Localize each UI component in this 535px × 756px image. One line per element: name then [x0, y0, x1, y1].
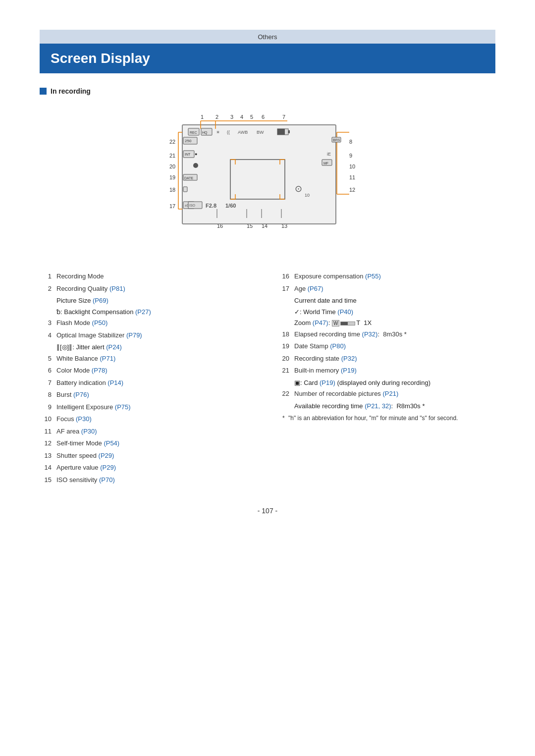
sub-item: ▣: Card (P19) (displayed only during rec… — [294, 378, 495, 388]
svg-text:AWB: AWB — [238, 130, 248, 135]
svg-text:8: 8 — [349, 139, 352, 145]
list-item: 1 Recording Mode — [40, 271, 258, 281]
list-item: 11 AF area (P30) — [40, 427, 258, 436]
right-list-col: 16 Exposure compensation (P55) 17 Age (P… — [277, 271, 495, 487]
section-label: Others — [258, 33, 277, 41]
sub-item: Current date and time — [294, 296, 495, 306]
sub-item: ␢: Backlight Compensation (P27) — [56, 307, 258, 317]
sub-item: Available recording time (P21, 32): R8m3… — [294, 401, 495, 411]
svg-text:iE: iE — [327, 152, 331, 157]
list-item: 8 Burst (P76) — [40, 390, 258, 400]
list-item: 6 Color Mode (P78) — [40, 366, 258, 376]
list-item: 19 Date Stamp (P80) — [277, 341, 495, 351]
footnote: * "h" is an abbreviation for hour, "m" f… — [282, 415, 495, 422]
svg-text:10: 10 — [305, 193, 310, 198]
svg-text:⊙: ⊙ — [295, 184, 302, 194]
svg-text:BRS: BRS — [333, 138, 340, 142]
svg-text:4: 4 — [240, 114, 243, 120]
section-title-bar: Screen Display — [40, 44, 495, 73]
svg-point-50 — [193, 163, 198, 168]
list-item: 13 Shutter speed (P29) — [40, 451, 258, 461]
svg-text:17: 17 — [169, 203, 175, 209]
svg-text:19: 19 — [169, 174, 175, 180]
svg-rect-42 — [288, 130, 290, 133]
svg-text:10: 10 — [349, 163, 355, 169]
list-item: 22 Number of recordable pictures (P21) — [277, 389, 495, 399]
list-item: 16 Exposure compensation (P55) — [277, 271, 495, 281]
list-item: 2 Recording Quality (P81) — [40, 284, 258, 294]
svg-text:MF: MF — [323, 162, 328, 165]
sub-item: ‖[◎]‖: Jitter alert (P24) — [56, 342, 258, 352]
in-recording-label: In recording — [40, 87, 495, 95]
diagram-area: 1 2 3 4 5 6 7 22 21 20 19 18 17 8 9 10 1… — [40, 110, 495, 254]
list-item: 7 Battery indication (P14) — [40, 378, 258, 388]
svg-text:((: (( — [227, 130, 230, 135]
list-item: 15 ISO sensitivity (P70) — [40, 475, 258, 485]
sub-item: Picture Size (P69) — [56, 296, 258, 306]
svg-text:18: 18 — [169, 187, 175, 193]
list-item: 18 Elapsed recording time (P32): 8m30s * — [277, 329, 495, 339]
sub-item: ✓: World Time (P40) — [294, 307, 495, 317]
svg-text:20: 20 — [169, 163, 175, 169]
svg-text:11: 11 — [349, 174, 355, 180]
page-number: - 107 - — [40, 507, 495, 515]
svg-text:F2.8: F2.8 — [206, 203, 216, 209]
list-item: 5 White Balance (P71) — [40, 354, 258, 364]
in-recording-text: In recording — [51, 87, 91, 95]
svg-rect-41 — [277, 129, 285, 135]
svg-rect-22 — [182, 125, 336, 224]
svg-text:HQ: HQ — [202, 131, 208, 135]
list-item: 21 Built-in memory (P19) — [277, 366, 495, 376]
list-item: 3 Flash Mode (P50) — [40, 318, 258, 328]
list-item: 9 Intelligent Exposure (P75) — [40, 402, 258, 412]
svg-text:BW: BW — [257, 130, 264, 135]
header-band: Others — [40, 30, 495, 44]
list-item: 20 Recording state (P32) — [277, 354, 495, 364]
list-item: 12 Self-timer Mode (P54) — [40, 438, 258, 448]
svg-text:12: 12 — [349, 187, 355, 193]
svg-text:22: 22 — [169, 139, 175, 145]
svg-text:7: 7 — [282, 114, 285, 120]
svg-text:☀: ☀ — [216, 130, 220, 135]
svg-rect-53 — [183, 187, 187, 192]
svg-text:1/60: 1/60 — [225, 203, 236, 209]
svg-text:●: ● — [195, 152, 197, 157]
svg-text:6: 6 — [262, 114, 265, 120]
list-item: 14 Aperture value (P29) — [40, 463, 258, 473]
svg-text:9: 9 — [349, 153, 352, 159]
page-title: Screen Display — [51, 51, 484, 66]
list-item: 4 Optical Image Stabilizer (P79) — [40, 330, 258, 340]
svg-text:ISO: ISO — [189, 204, 196, 207]
svg-text:2: 2 — [215, 114, 218, 120]
svg-text:1: 1 — [201, 114, 204, 120]
svg-text:5: 5 — [250, 114, 253, 120]
lists-section: 1 Recording Mode 2 Recording Quality (P8… — [40, 271, 495, 487]
svg-text:21: 21 — [169, 153, 175, 159]
list-item: 10 Focus (P30) — [40, 414, 258, 424]
svg-text:250: 250 — [185, 139, 192, 143]
svg-text:INT: INT — [185, 153, 191, 156]
svg-text:DATE: DATE — [184, 176, 193, 180]
list-item: 17 Age (P67) — [277, 284, 495, 294]
left-list-col: 1 Recording Mode 2 Recording Quality (P8… — [40, 271, 258, 487]
svg-text:REC: REC — [190, 131, 197, 134]
camera-diagram: 1 2 3 4 5 6 7 22 21 20 19 18 17 8 9 10 1… — [124, 110, 411, 254]
page-wrapper: Others Screen Display In recording 1 2 3… — [0, 0, 535, 544]
sub-item: Zoom (P47): WT 1X — [294, 318, 495, 328]
svg-text:3: 3 — [230, 114, 233, 120]
